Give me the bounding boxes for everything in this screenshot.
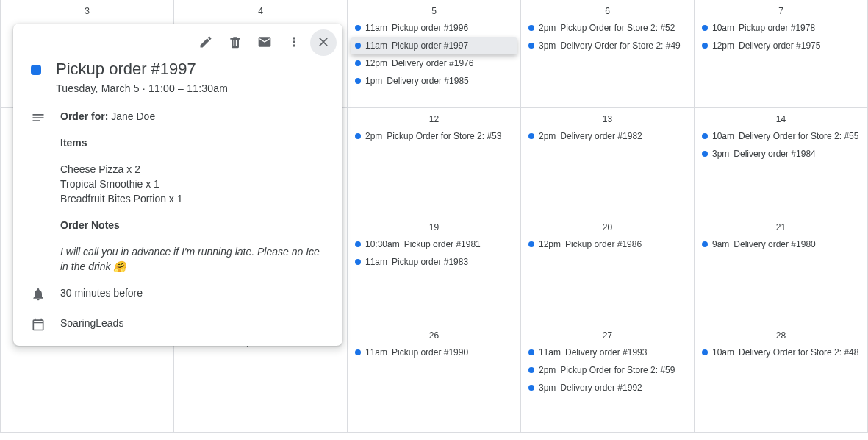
event-time: 3pm — [539, 380, 556, 395]
event-time: 2pm — [539, 21, 556, 35]
day-number: 20 — [521, 216, 694, 235]
event-dot-icon — [702, 25, 708, 31]
calendar-event[interactable]: 10amDelivery Order for Store 2: #48 — [697, 344, 864, 361]
calendar-event[interactable]: 9amDelivery order #1980 — [697, 235, 864, 253]
delete-button[interactable] — [222, 29, 248, 56]
event-title: Delivery order #1984 — [734, 146, 815, 161]
calendar-event[interactable]: 12pmPickup order #1986 — [524, 235, 691, 253]
event-title: Pickup Order for Store 2: #53 — [387, 129, 501, 143]
day-cell[interactable]: 2611amPickup order #1990 — [348, 324, 521, 433]
day-number: 14 — [695, 108, 867, 127]
calendar-event[interactable]: 11amPickup order #1983 — [351, 253, 517, 271]
edit-button[interactable] — [193, 29, 219, 56]
event-title: Pickup order #1986 — [565, 237, 642, 252]
calendar-event[interactable]: 2pmDelivery order #1982 — [524, 127, 691, 145]
close-button[interactable] — [310, 29, 337, 56]
calendar-event[interactable]: 10amPickup order #1978 — [697, 19, 864, 37]
calendar-event[interactable]: 11amPickup order #1996 — [351, 19, 517, 37]
day-number: 26 — [348, 324, 520, 344]
event-time: 11am — [365, 38, 387, 53]
event-time: 11am — [365, 21, 387, 35]
email-button[interactable] — [251, 29, 278, 56]
event-dot-icon — [355, 78, 361, 84]
calendar-event[interactable]: 11amPickup order #1990 — [351, 344, 517, 361]
calendar-event[interactable]: 3pmDelivery Order for Store 2: #49 — [524, 37, 691, 54]
calendar-event[interactable]: 10:30amPickup order #1981 — [351, 235, 517, 253]
calendar-event[interactable]: 10amDelivery Order for Store 2: #55 — [697, 127, 864, 145]
order-item: Tropical Smoothie x 1 — [60, 177, 325, 191]
event-dot-icon — [355, 43, 361, 49]
event-dot-icon — [702, 133, 708, 139]
event-calendar-name: SoaringLeads — [60, 316, 123, 330]
event-detail-popup: Pickup order #1997 Tuesday, March 5 · 11… — [13, 24, 342, 346]
event-dot-icon — [355, 25, 361, 31]
event-time: 3pm — [712, 146, 729, 161]
event-title: Pickup order #1990 — [392, 345, 468, 360]
day-number: 27 — [521, 324, 694, 344]
event-title: Delivery order #1982 — [560, 129, 642, 143]
day-cell[interactable]: 2012pmPickup order #1986 — [521, 216, 695, 324]
event-title: Delivery order #1975 — [739, 38, 820, 53]
close-icon — [316, 35, 331, 52]
calendar-event[interactable]: 12pmDelivery order #1976 — [351, 54, 517, 72]
day-cell[interactable]: 511amPickup order #199611amPickup order … — [348, 0, 521, 108]
day-number: 19 — [348, 216, 520, 235]
day-cell[interactable]: 1410amDelivery Order for Store 2: #553pm… — [695, 108, 868, 216]
event-time: 12pm — [539, 237, 561, 252]
calendar-event[interactable]: 12pmDelivery order #1975 — [697, 37, 864, 54]
day-number: 5 — [348, 0, 520, 19]
day-number: 4 — [174, 0, 347, 19]
event-title: Pickup order #1997 — [56, 59, 228, 79]
event-description: Order for: Jane Doe Items Cheese Pizza x… — [60, 109, 325, 274]
calendar-event[interactable]: 11amDelivery order #1993 — [524, 344, 691, 361]
event-title: Delivery Order for Store 2: #49 — [560, 38, 680, 53]
event-time: 2pm — [539, 129, 556, 143]
order-item: Breadfruit Bites Portion x 1 — [60, 191, 325, 206]
day-cell[interactable]: 62pmPickup Order for Store 2: #523pmDeli… — [521, 0, 695, 108]
event-dot-icon — [355, 60, 361, 66]
calendar-event[interactable]: 1pmDelivery order #1985 — [351, 72, 517, 90]
event-title: Pickup order #1978 — [739, 21, 815, 35]
event-time: 11am — [365, 255, 387, 269]
calendar-event[interactable]: 3pmDelivery order #1992 — [524, 379, 691, 397]
event-dot-icon — [702, 241, 708, 247]
event-title: Pickup order #1983 — [392, 255, 468, 269]
event-time: 9am — [712, 237, 729, 252]
day-cell[interactable]: 2711amDelivery order #19932pmPickup Orde… — [521, 324, 695, 433]
event-title: Pickup order #1997 — [392, 38, 468, 53]
day-number: 28 — [695, 324, 867, 344]
calendar-icon — [31, 317, 46, 334]
event-datetime: Tuesday, March 5 · 11:00 – 11:30am — [56, 82, 228, 94]
event-title: Pickup Order for Store 2: #59 — [560, 363, 675, 377]
event-dot-icon — [702, 151, 708, 157]
day-cell[interactable]: 122pmPickup Order for Store 2: #53 — [348, 108, 521, 216]
event-dot-icon — [528, 43, 534, 49]
event-title: Pickup Order for Store 2: #52 — [560, 21, 675, 35]
pencil-icon — [198, 35, 213, 52]
trash-icon — [228, 35, 243, 52]
event-time: 10am — [712, 345, 734, 360]
day-number: 21 — [695, 216, 867, 235]
day-cell[interactable]: 2810amDelivery Order for Store 2: #48 — [695, 324, 868, 433]
event-dot-icon — [355, 241, 361, 247]
calendar-event[interactable]: 2pmPickup Order for Store 2: #59 — [524, 361, 691, 379]
event-time: 2pm — [365, 129, 382, 143]
event-dot-icon — [355, 133, 361, 139]
day-cell[interactable]: 219amDelivery order #1980 — [695, 216, 868, 324]
event-title: Delivery Order for Store 2: #48 — [739, 345, 858, 360]
event-reminder: 30 minutes before — [60, 285, 143, 300]
day-number: 7 — [695, 0, 867, 19]
event-dot-icon — [528, 25, 534, 31]
options-button[interactable] — [281, 29, 307, 56]
event-time: 11am — [539, 345, 561, 360]
event-time: 10:30am — [365, 237, 400, 252]
event-title: Delivery order #1976 — [392, 56, 473, 71]
calendar-event[interactable]: 2pmPickup Order for Store 2: #53 — [351, 127, 517, 145]
calendar-event[interactable]: 2pmPickup Order for Store 2: #52 — [524, 19, 691, 37]
calendar-event[interactable]: 11amPickup order #1997 — [351, 37, 517, 54]
day-cell[interactable]: 1910:30amPickup order #198111amPickup or… — [348, 216, 521, 324]
day-cell[interactable]: 132pmDelivery order #1982 — [521, 108, 695, 216]
day-cell[interactable]: 710amPickup order #197812pmDelivery orde… — [695, 0, 868, 108]
event-title: Delivery Order for Store 2: #55 — [739, 129, 858, 143]
calendar-event[interactable]: 3pmDelivery order #1984 — [697, 145, 864, 163]
